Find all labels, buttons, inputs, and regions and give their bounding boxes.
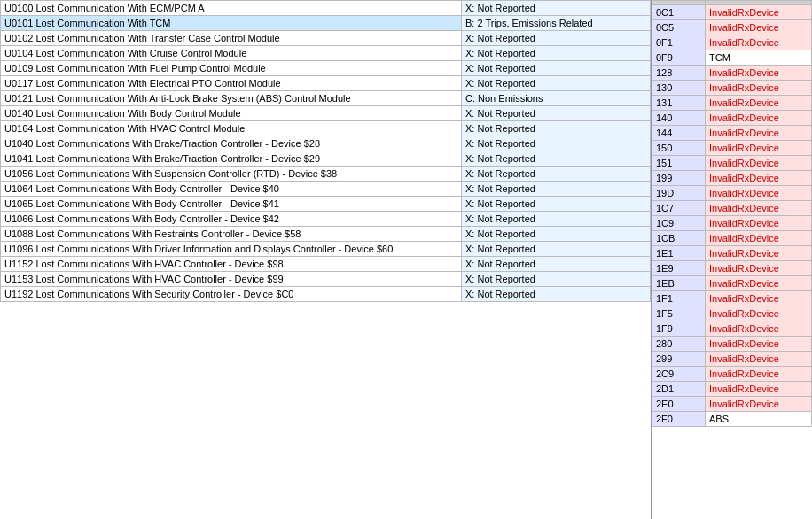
dtc-code: U0100 Lost Communication With ECM/PCM A: [1, 1, 462, 16]
dtc-code: U1066 Lost Communications With Body Cont…: [1, 212, 462, 227]
list-item: 199InvalidRxDevice: [652, 171, 812, 186]
value-cell: InvalidRxDevice: [706, 261, 812, 276]
list-item: 0C1InvalidRxDevice: [652, 5, 812, 20]
table-row[interactable]: U0100 Lost Communication With ECM/PCM AX…: [1, 1, 651, 16]
table-row[interactable]: U1066 Lost Communications With Body Cont…: [1, 212, 651, 227]
table-row[interactable]: U0101 Lost Communication With TCMB: 2 Tr…: [1, 16, 651, 31]
dtc-code: U1192 Lost Communications With Security …: [1, 287, 462, 302]
dtc-code: U0101 Lost Communication With TCM: [1, 16, 462, 31]
dtc-code: U0164 Lost Communication With HVAC Contr…: [1, 121, 462, 136]
right-panel[interactable]: 0C1InvalidRxDevice0C5InvalidRxDevice0F1I…: [652, 0, 812, 519]
dtc-status: X: Not Reported: [462, 61, 651, 76]
value-cell: InvalidRxDevice: [706, 156, 812, 171]
table-row[interactable]: U0109 Lost Communication With Fuel Pump …: [1, 61, 651, 76]
list-item: 151InvalidRxDevice: [652, 156, 812, 171]
dtc-status: X: Not Reported: [462, 227, 651, 242]
desc-cell: 128: [652, 66, 706, 81]
value-cell: InvalidRxDevice: [706, 111, 812, 126]
table-row[interactable]: U1064 Lost Communications With Body Cont…: [1, 182, 651, 197]
dtc-table: U0100 Lost Communication With ECM/PCM AX…: [0, 0, 651, 302]
table-row[interactable]: U1152 Lost Communications With HVAC Cont…: [1, 257, 651, 272]
desc-cell: 1E1: [652, 246, 706, 261]
desc-cell: 0C5: [652, 20, 706, 35]
list-item: 1EBInvalidRxDevice: [652, 276, 812, 291]
dtc-status: X: Not Reported: [462, 106, 651, 121]
table-row[interactable]: U0140 Lost Communication With Body Contr…: [1, 106, 651, 121]
table-row[interactable]: U0104 Lost Communication With Cruise Con…: [1, 46, 651, 61]
table-row[interactable]: U1096 Lost Communications With Driver In…: [1, 242, 651, 257]
value-cell: InvalidRxDevice: [706, 291, 812, 306]
table-row[interactable]: U1065 Lost Communications With Body Cont…: [1, 197, 651, 212]
dtc-code: U0117 Lost Communication With Electrical…: [1, 76, 462, 91]
list-item: 2D1InvalidRxDevice: [652, 382, 812, 397]
dtc-status: X: Not Reported: [462, 46, 651, 61]
list-item: 128InvalidRxDevice: [652, 66, 812, 81]
value-cell: InvalidRxDevice: [706, 81, 812, 96]
list-item: 131InvalidRxDevice: [652, 96, 812, 111]
value-cell: InvalidRxDevice: [706, 321, 812, 337]
list-item: 280InvalidRxDevice: [652, 337, 812, 352]
dtc-status: X: Not Reported: [462, 242, 651, 257]
dtc-status: B: 2 Trips, Emissions Related: [462, 16, 651, 31]
value-cell: TCM: [706, 50, 812, 66]
desc-cell: 130: [652, 81, 706, 96]
dtc-code: U1065 Lost Communications With Body Cont…: [1, 197, 462, 212]
dtc-code: U1096 Lost Communications With Driver In…: [1, 242, 462, 257]
dtc-status: X: Not Reported: [462, 212, 651, 227]
value-cell: InvalidRxDevice: [706, 186, 812, 201]
dtc-code: U0121 Lost Communication With Anti-Lock …: [1, 91, 462, 106]
left-panel[interactable]: U0100 Lost Communication With ECM/PCM AX…: [0, 0, 652, 519]
dtc-code: U1056 Lost Communications With Suspensio…: [1, 167, 462, 182]
table-row[interactable]: U1088 Lost Communications With Restraint…: [1, 227, 651, 242]
list-item: 2F0ABS: [652, 412, 812, 427]
value-cell: InvalidRxDevice: [706, 35, 812, 50]
dtc-status: C: Non Emissions: [462, 91, 651, 106]
list-item: 1C7InvalidRxDevice: [652, 201, 812, 216]
list-item: 1E9InvalidRxDevice: [652, 261, 812, 276]
dtc-code: U0109 Lost Communication With Fuel Pump …: [1, 61, 462, 76]
desc-cell: 1F1: [652, 291, 706, 306]
desc-cell: 19D: [652, 186, 706, 201]
table-row[interactable]: U1192 Lost Communications With Security …: [1, 287, 651, 302]
table-row[interactable]: U0121 Lost Communication With Anti-Lock …: [1, 91, 651, 106]
desc-cell: 1F9: [652, 321, 706, 337]
value-cell: InvalidRxDevice: [706, 231, 812, 246]
table-row[interactable]: U1056 Lost Communications With Suspensio…: [1, 167, 651, 182]
table-row[interactable]: U0164 Lost Communication With HVAC Contr…: [1, 121, 651, 136]
table-row[interactable]: U1040 Lost Communications With Brake/Tra…: [1, 136, 651, 151]
desc-cell: 299: [652, 352, 706, 367]
desc-cell: 144: [652, 126, 706, 141]
value-cell: InvalidRxDevice: [706, 216, 812, 231]
dtc-status: X: Not Reported: [462, 151, 651, 167]
dtc-code: U1152 Lost Communications With HVAC Cont…: [1, 257, 462, 272]
value-cell: InvalidRxDevice: [706, 171, 812, 186]
list-item: 2E0InvalidRxDevice: [652, 397, 812, 412]
value-cell: InvalidRxDevice: [706, 352, 812, 367]
table-row[interactable]: U0117 Lost Communication With Electrical…: [1, 76, 651, 91]
dtc-status: X: Not Reported: [462, 136, 651, 151]
dtc-code: U1088 Lost Communications With Restraint…: [1, 227, 462, 242]
dtc-status: X: Not Reported: [462, 287, 651, 302]
desc-cell: 1E9: [652, 261, 706, 276]
table-row[interactable]: U1041 Lost Communications With Brake/Tra…: [1, 151, 651, 167]
list-item: 130InvalidRxDevice: [652, 81, 812, 96]
table-row[interactable]: U1153 Lost Communications With HVAC Cont…: [1, 272, 651, 287]
list-item: 0F1InvalidRxDevice: [652, 35, 812, 50]
desc-cell: 1C7: [652, 201, 706, 216]
desc-cell: 1F5: [652, 306, 706, 321]
list-item: 1CBInvalidRxDevice: [652, 231, 812, 246]
list-item: 140InvalidRxDevice: [652, 111, 812, 126]
value-cell: InvalidRxDevice: [706, 201, 812, 216]
desc-cell: 280: [652, 337, 706, 352]
list-item: 19DInvalidRxDevice: [652, 186, 812, 201]
value-cell: InvalidRxDevice: [706, 141, 812, 156]
value-cell: InvalidRxDevice: [706, 126, 812, 141]
list-item: 1F9InvalidRxDevice: [652, 321, 812, 337]
table-row[interactable]: U0102 Lost Communication With Transfer C…: [1, 31, 651, 46]
desc-cell: 1C9: [652, 216, 706, 231]
desc-cell: 151: [652, 156, 706, 171]
desc-cell: 2E0: [652, 397, 706, 412]
main-container: U0100 Lost Communication With ECM/PCM AX…: [0, 0, 812, 519]
desc-cell: 0F1: [652, 35, 706, 50]
list-item: 0F9TCM: [652, 50, 812, 66]
